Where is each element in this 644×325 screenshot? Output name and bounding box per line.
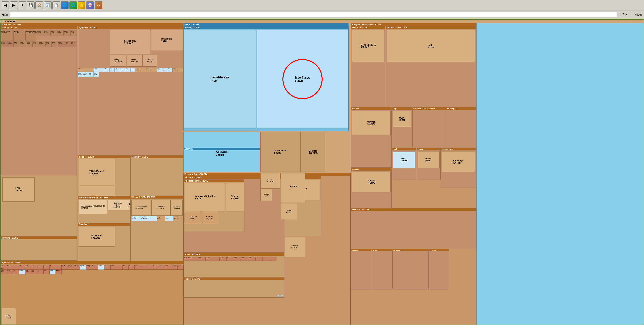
qq-section: QQP QQP75.4M xyxy=(392,107,412,147)
syswow-section: SysWOW64 - 1.5GB sdf1Win33.1 Macros55f..… xyxy=(0,261,184,325)
lcu-block[interactable]: LCU1.9GB xyxy=(2,177,35,202)
up-button[interactable]: ▲ xyxy=(18,1,26,9)
nativeimages2[interactable]: NativeImav4.0.30712.7MB xyxy=(108,200,128,210)
epsc-section: EPSC xyxy=(372,249,392,289)
msi1-block[interactable]: 784db25c.msi411.5MB xyxy=(78,159,115,185)
intel-header: Intel xyxy=(392,148,416,150)
mysql-installer-block[interactable]: MySQL Installer397.1MB xyxy=(352,30,384,62)
save-button[interactable]: 💾 xyxy=(27,1,35,9)
toolbar: ◀ ▶ ▲ 💾 🏠 🔄 📋 🌐 🌐 ⭐ 👻 ⚙ xyxy=(0,0,644,10)
download-header: Download xyxy=(78,223,130,226)
wbem-block[interactable]: wbem161.9MB xyxy=(126,54,143,67)
drivers-block[interactable]: drivers147.3M xyxy=(143,54,157,67)
users-section: Users - 9.7GB liuxiang - 9.4GB pagefile.… xyxy=(183,23,348,131)
clicktor-block[interactable]: ClickToR39.5MB xyxy=(202,212,218,224)
lenovo-header: Lenovo xyxy=(417,148,440,150)
baofeng-header: Baofeng - 317 xyxy=(446,107,476,110)
fa026e-block[interactable]: [FA026E46.3MB xyxy=(260,189,272,201)
search-block[interactable]: Search919.9MB xyxy=(226,183,244,211)
download-block[interactable]: Download591.6MB xyxy=(78,227,115,247)
filter-input[interactable] xyxy=(10,12,618,17)
system32-dense: RCoRes69.1MB MRT.e60.2MB Wind icdnsetu M… xyxy=(78,68,183,155)
hiberfil-block[interactable]: hiberfil.sys6.3GB xyxy=(256,30,348,128)
mysql-doc-section: MySQL Doc xyxy=(392,249,428,289)
framework3[interactable]: assembly165.6MB xyxy=(170,200,182,216)
ready-label: Ready xyxy=(634,13,642,16)
sleepstudy-block[interactable]: SleepStudy929.0MB xyxy=(110,30,150,54)
amd64-row1: amd618.7M amd618.3M amd617.6M amd613.9M … xyxy=(37,30,77,36)
globe1-button[interactable]: 🌐 xyxy=(61,1,68,9)
backup-block[interactable]: Backup171.2MB xyxy=(13,30,25,41)
alibaba-section: Alibaba xyxy=(351,249,371,289)
root-block[interactable]: root2.7GB xyxy=(387,30,475,62)
msoffice-section: Microsoft Office - 2.7GB root2.7GB xyxy=(386,26,476,107)
tencent-section-bottom[interactable]: Tencent... xyxy=(281,173,305,203)
fonts-grid: 13a0b..139dea2e53 91f1 mingliARi mav/32.… xyxy=(184,257,284,277)
dotnet-header: Microsoft.NET - 550.2MB xyxy=(130,196,183,199)
installer-header: Installer - 1.0GB xyxy=(78,156,130,158)
root-label: C:\ - 58.0GB xyxy=(1,20,16,23)
system32-section: System32 - 6.4GB SleepStudy929.0MB Drive… xyxy=(78,26,183,155)
public-tags: rtu NT xyxy=(277,295,283,297)
diagnosis-block[interactable]: Diagnosis68.5MB xyxy=(185,212,201,224)
config-bottom-block[interactable]: config383.1MB xyxy=(2,308,16,325)
driverstore-block[interactable]: DriverStore1.7GB xyxy=(151,30,183,50)
servicing-section: servicing - 2.0GB xyxy=(0,236,77,261)
microsoft-x86-header: Microsoft - 417.2MB xyxy=(352,208,476,211)
filter-label: Filter xyxy=(2,13,8,16)
vmware-block[interactable]: VMware451.5MB xyxy=(352,172,390,192)
catalog-block[interactable]: Catalog..amd6470.1ME...67.6ME xyxy=(26,30,36,41)
mysql-doc-header: MySQL Doc xyxy=(392,249,428,251)
lenovo-block[interactable]: Lenovo104M xyxy=(418,152,440,168)
winsxs-content: amd64_micro179.6MB Backup171.2MB Catalog… xyxy=(1,30,77,175)
treemap-main: C:\ - 58.0GB Windows - 24.2GB WinSxS - 8… xyxy=(0,19,644,325)
fonts-section: Fonts - 560.2MB 13a0b..139dea2e53 91f1 m… xyxy=(184,253,284,277)
windows-pd-block[interactable]: Windows99.0MB xyxy=(285,237,305,257)
download-section: Download Download591.6MB xyxy=(78,223,130,263)
winsxs-header: WinSxS - 8.7GB xyxy=(1,26,77,29)
filter-button[interactable]: Filter xyxy=(619,12,631,17)
vmware-header: VMware xyxy=(352,168,391,171)
harmony-block[interactable]: Harmo42.9MB xyxy=(281,203,297,219)
amd64-micro-block[interactable]: amd64_micro179.6MB xyxy=(1,30,13,41)
lenovo-section: Lenovo Lenovo104M xyxy=(416,148,441,180)
qq-header: QQP xyxy=(392,107,412,110)
wechat-section: WeChat WeChat151.1MB xyxy=(351,107,392,168)
appdata-pd-section: Application Data - 2.2GB Windows Defende… xyxy=(184,179,244,232)
winsxs-section: WinSxS - 8.7GB amd64_micro179.6MB Backup… xyxy=(0,26,77,175)
assembly-header: assembly - 1.0GB xyxy=(130,156,183,158)
users-header: Users - 9.7GB xyxy=(184,23,348,26)
home-button[interactable]: 🏠 xyxy=(36,1,43,9)
nativeimages1[interactable]: NativeImages_v4.0.30319_64507.5MB xyxy=(78,200,107,214)
back-button[interactable]: ◀ xyxy=(2,1,9,9)
ghost-button[interactable]: 👻 xyxy=(86,1,94,9)
php-section: PHP 1.0 xyxy=(429,249,449,289)
pfx86-header: Program Files (x86) - 5.2GB xyxy=(351,23,476,26)
framework2[interactable]: Framework177.7MB xyxy=(152,200,170,216)
winsxs-grid: amd6443.4MB amd6453.3MB amd618.1M amd617… xyxy=(1,41,77,175)
stormplayer-block[interactable]: StormPlayer317.4MB xyxy=(442,152,475,172)
wechat-header: WeChat xyxy=(352,107,391,110)
filter-bar: Filter Filter Ready xyxy=(0,10,644,19)
lcu-section: LCU1.9GB xyxy=(0,176,77,236)
globe2-button[interactable]: 🌐 xyxy=(69,1,77,9)
programfilesx86-section: Program Files (x86) - 5.2GB MySQL - 397.… xyxy=(351,23,476,325)
windows-defender-block[interactable]: Windows Defender1.3GB xyxy=(185,183,225,211)
forward-button[interactable]: ▶ xyxy=(10,1,18,9)
croot-section xyxy=(476,23,644,325)
public-section: Public - 261.7MB rtu NT xyxy=(184,278,284,298)
dotnet-section: Microsoft.NET - 550.2MB Framework64206.9… xyxy=(130,196,183,263)
msoffice-header: Microsoft Office - 2.7GB xyxy=(386,26,476,29)
bookmark-button[interactable]: ⭐ xyxy=(78,1,86,9)
syswow-grid: sdf1Win33.1 Macros55f...4.8 Chai5.4f Aut… xyxy=(1,265,183,325)
config-block[interactable]: config294.6MB xyxy=(110,54,126,67)
framework1[interactable]: Framework64206.9MB xyxy=(132,200,152,216)
intel-block[interactable]: Intel65.0MB xyxy=(393,152,415,168)
wechat-block[interactable]: WeChat151.1MB xyxy=(352,111,390,135)
settings-button[interactable]: ⚙ xyxy=(95,1,102,9)
clipboard-button[interactable]: 📋 xyxy=(52,1,60,9)
pagefile-block[interactable]: pagefile.sys9GB xyxy=(184,30,256,128)
storm-block[interactable]: Storm54.8MB xyxy=(260,173,280,189)
refresh-button[interactable]: 🔄 xyxy=(44,1,52,9)
qq-block[interactable]: QQP75.4M xyxy=(393,111,411,127)
